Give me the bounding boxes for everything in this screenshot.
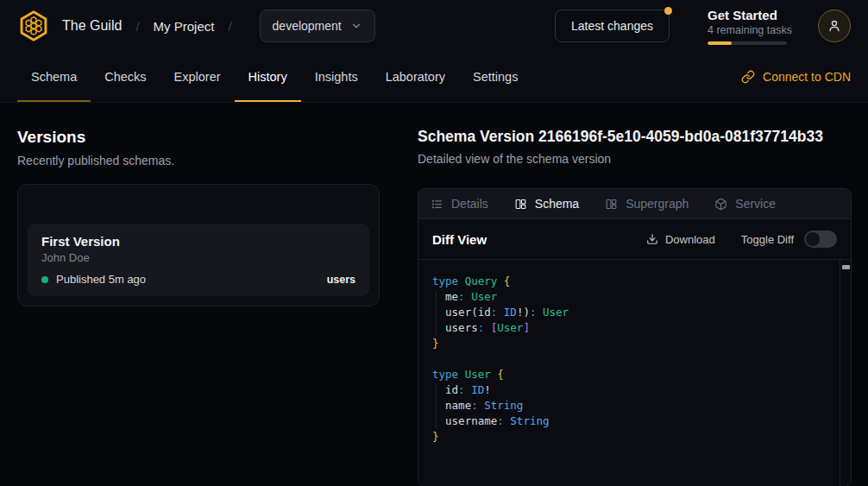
top-bar: The Guild / My Project / development Lat… xyxy=(0,0,868,52)
nav-tab-label: History xyxy=(248,70,287,84)
diff-view-header: Diff View Download Toggle Diff xyxy=(418,219,851,260)
person-icon xyxy=(827,18,842,34)
get-started-title: Get Started xyxy=(708,8,787,22)
tab-label: Schema xyxy=(535,197,579,211)
nav-tab-laboratory[interactable]: Laboratory xyxy=(372,52,459,102)
download-label: Download xyxy=(665,233,715,246)
tab-indicator xyxy=(17,100,91,102)
tab-schema[interactable]: Schema xyxy=(514,197,579,211)
nav-tab-label: Schema xyxy=(31,70,77,84)
tab-service[interactable]: Service xyxy=(714,197,776,211)
tab-supergraph[interactable]: Supergraph xyxy=(605,197,689,211)
breadcrumb-org[interactable]: The Guild xyxy=(62,18,122,34)
switch-knob xyxy=(806,232,820,246)
code-block[interactable]: type Query { me: User user(id: ID!): Use… xyxy=(418,260,851,455)
columns-icon xyxy=(605,198,618,211)
breadcrumb-project[interactable]: My Project xyxy=(154,19,215,34)
hive-logo-icon[interactable] xyxy=(17,9,50,42)
code-line: type Query { xyxy=(432,274,825,289)
link-icon xyxy=(741,70,755,84)
diff-view-actions: Download Toggle Diff xyxy=(646,230,837,248)
breadcrumb-separator: / xyxy=(228,19,231,34)
version-detail-panel: Schema Version 2166196f-5e10-4059-bd0a-0… xyxy=(397,103,868,486)
version-service-badge: users xyxy=(327,274,355,286)
version-name: First Version xyxy=(41,234,355,249)
code-line: type User { xyxy=(432,367,825,382)
code-line: users: [User] xyxy=(432,320,825,336)
tab-label: Supergraph xyxy=(626,197,689,211)
primary-nav: Schema Checks Explorer History Insights … xyxy=(0,52,868,103)
code-line xyxy=(432,351,825,367)
list-icon xyxy=(431,198,443,211)
nav-tab-label: Settings xyxy=(473,70,518,84)
code-line: user(id: ID!): User xyxy=(432,305,825,320)
code-line: } xyxy=(432,429,825,445)
nav-tab-label: Explorer xyxy=(174,70,221,84)
indent-guide xyxy=(436,384,437,429)
versions-card: First Version John Doe Published 5m ago … xyxy=(17,184,380,306)
schema-view-panel: Details Schema Supergr xyxy=(418,188,852,486)
connect-to-cdn-link[interactable]: Connect to CDN xyxy=(741,52,851,102)
get-started-subtitle: 4 remaining tasks xyxy=(708,24,787,36)
nav-tab-label: Laboratory xyxy=(386,70,445,84)
breadcrumb-separator: / xyxy=(135,19,139,34)
diff-view-title: Diff View xyxy=(432,232,487,247)
download-button[interactable]: Download xyxy=(646,233,715,246)
code-line: } xyxy=(432,336,825,351)
get-started-progressbar xyxy=(708,41,787,45)
version-detail-subtitle: Detailed view of the schema version xyxy=(418,151,852,167)
code-line: username: String xyxy=(432,413,825,429)
get-started-progress-fill xyxy=(708,41,732,45)
nav-tab-explorer[interactable]: Explorer xyxy=(160,52,235,102)
tab-indicator xyxy=(235,100,301,102)
tab-label: Service xyxy=(735,197,776,211)
code-scrollbar-thumb[interactable] xyxy=(842,265,850,269)
nav-tab-history[interactable]: History xyxy=(235,52,301,102)
tab-details[interactable]: Details xyxy=(431,197,488,211)
version-list-item[interactable]: First Version John Doe Published 5m ago … xyxy=(28,224,369,296)
nav-tab-insights[interactable]: Insights xyxy=(301,52,372,102)
versions-panel: Versions Recently published schemas. Fir… xyxy=(0,103,397,486)
nav-tab-label: Checks xyxy=(104,70,146,84)
nav-tab-schema[interactable]: Schema xyxy=(17,52,91,102)
latest-changes-label: Latest changes xyxy=(571,19,653,33)
toggle-diff-label: Toggle Diff xyxy=(741,233,794,246)
nav-tab-list: Schema Checks Explorer History Insights … xyxy=(17,52,531,102)
cube-icon xyxy=(714,198,727,211)
user-avatar-button[interactable] xyxy=(818,9,851,42)
version-status-row: Published 5m ago users xyxy=(41,273,355,286)
target-selector-value: development xyxy=(273,19,342,33)
versions-title: Versions xyxy=(17,127,380,147)
code-scrollbar[interactable] xyxy=(840,260,851,486)
get-started-widget[interactable]: Get Started 4 remaining tasks xyxy=(708,8,787,45)
connect-to-cdn-label: Connect to CDN xyxy=(763,70,851,84)
published-status-dot xyxy=(41,276,48,283)
versions-subtitle: Recently published schemas. xyxy=(17,153,380,168)
code-line: me: User xyxy=(432,289,825,305)
schema-code-area: type Query { me: User user(id: ID!): Use… xyxy=(418,260,851,486)
chevron-down-icon xyxy=(350,20,362,32)
version-status: Published 5m ago xyxy=(56,273,146,286)
notification-dot xyxy=(664,7,672,15)
main-content: Versions Recently published schemas. Fir… xyxy=(0,103,868,486)
indent-guide xyxy=(436,291,437,336)
detail-tab-list: Details Schema Supergr xyxy=(418,189,851,219)
code-line: id: ID! xyxy=(432,382,825,398)
target-selector-dropdown[interactable]: development xyxy=(260,9,375,42)
code-line: name: String xyxy=(432,398,825,413)
nav-tab-checks[interactable]: Checks xyxy=(91,52,160,102)
version-detail-title: Schema Version 2166196f-5e10-4059-bd0a-0… xyxy=(418,127,852,146)
nav-tab-settings[interactable]: Settings xyxy=(459,52,531,102)
top-bar-right: Latest changes Get Started 4 remaining t… xyxy=(555,8,851,45)
download-icon xyxy=(646,233,658,245)
tab-label: Details xyxy=(451,197,488,211)
toggle-diff-switch[interactable] xyxy=(804,230,837,248)
latest-changes-button[interactable]: Latest changes xyxy=(555,9,670,42)
version-author: John Doe xyxy=(41,251,355,264)
nav-tab-label: Insights xyxy=(315,70,358,84)
columns-icon xyxy=(514,198,527,211)
